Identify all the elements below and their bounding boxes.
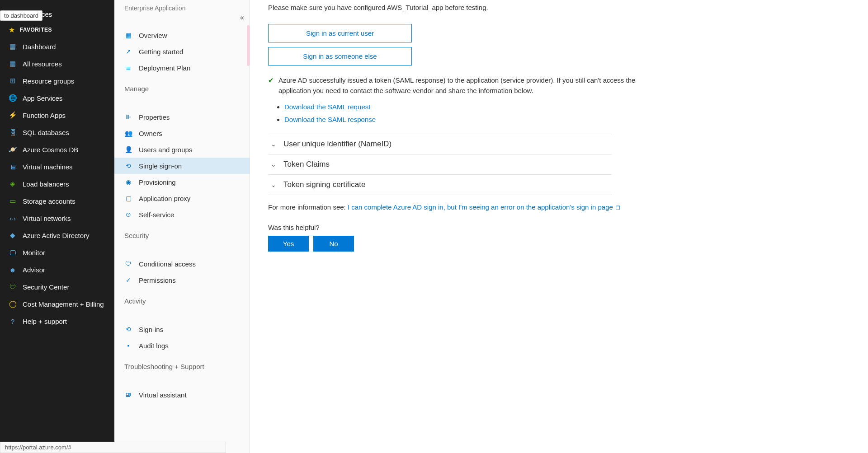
nav-icon: 🗄	[8, 128, 17, 137]
download-link[interactable]: Download the SAML response	[284, 116, 376, 123]
nav-label: Load balancers	[23, 180, 69, 188]
feedback-no-button[interactable]: No	[313, 236, 354, 252]
sidebar-item-azure-cosmos-db[interactable]: 🪐Azure Cosmos DB	[0, 141, 114, 158]
menu-item-properties[interactable]: ⊪Properties	[114, 109, 250, 125]
menu-item-sign-ins[interactable]: ⟲Sign-ins	[114, 321, 250, 337]
menu-icon: ▦	[124, 31, 132, 39]
chevron-down-icon: ⌄	[271, 181, 276, 188]
sidebar-item-azure-active-directory[interactable]: ◆Azure Active Directory	[0, 227, 114, 244]
nav-icon: ◆	[8, 231, 17, 240]
sidebar-item-security-center[interactable]: 🛡Security Center	[0, 278, 114, 295]
nav-icon: ?	[8, 317, 17, 326]
sidebar-item-function-apps[interactable]: ⚡Function Apps	[0, 107, 114, 124]
menu-item-single-sign-on[interactable]: ⟲Single sign-on	[114, 158, 250, 174]
truncated-text: ces	[42, 10, 52, 18]
more-info: For more information see: I can complete…	[268, 203, 850, 211]
favorites-label: FAVORITES	[20, 27, 52, 33]
nav-icon: ⊞	[8, 76, 17, 85]
nav-icon: 🌐	[8, 93, 17, 103]
nav-label: Help + support	[23, 318, 67, 325]
sidebar-item-help-support[interactable]: ?Help + support	[0, 313, 114, 330]
menu-icon: ⟲	[124, 162, 132, 170]
nav-label: Storage accounts	[23, 197, 75, 205]
menu-label: Self-service	[139, 211, 174, 219]
menu-icon: ▪	[124, 341, 132, 350]
sidebar-item-monitor[interactable]: 🖵Monitor	[0, 244, 114, 261]
menu-item-provisioning[interactable]: ◉Provisioning	[114, 174, 250, 190]
nav-label: Security Center	[23, 283, 69, 291]
menu-item-self-service[interactable]: ⊙Self-service	[114, 206, 250, 223]
sidebar-item-app-services[interactable]: 🌐App Services	[0, 89, 114, 107]
menu-icon: ↗	[124, 47, 132, 56]
nav-icon: ◈	[8, 179, 17, 188]
nav-icon: 🖵	[8, 248, 17, 257]
menu-section-activity: Activity	[114, 288, 250, 308]
sidebar-item-all-resources[interactable]: ▦All resources	[0, 55, 114, 72]
menu-item-audit-logs[interactable]: ▪Audit logs	[114, 337, 250, 354]
sidebar-item-virtual-networks[interactable]: ‹·›Virtual networks	[0, 210, 114, 227]
menu-label: Overview	[139, 32, 167, 39]
menu-icon: 👥	[124, 129, 132, 137]
sidebar-item-resource-groups[interactable]: ⊞Resource groups	[0, 72, 114, 89]
nav-label: Monitor	[23, 249, 45, 257]
menu-section-troubleshooting-support: Troubleshooting + Support	[114, 354, 250, 373]
menu-icon: ⊙	[124, 210, 132, 219]
menu-label: Sign-ins	[139, 326, 163, 333]
menu-item-users-and-groups[interactable]: 👤Users and groups	[114, 141, 250, 158]
browser-status-bar: https://portal.azure.com/#	[0, 442, 226, 453]
sidebar-item-dashboard[interactable]: ▦Dashboard	[0, 38, 114, 55]
signin-current-user-button[interactable]: Sign in as current user	[268, 24, 412, 42]
sidebar-item-advisor[interactable]: ☻Advisor	[0, 261, 114, 278]
accordion-item-token-claims[interactable]: ⌄Token Claims	[268, 154, 612, 175]
menu-item-virtual-assistant[interactable]: 🖳Virtual assistant	[114, 387, 250, 403]
menu-label: Single sign-on	[139, 162, 182, 170]
menu-icon: ✓	[124, 276, 132, 284]
accordion-label: Token Claims	[283, 160, 330, 169]
signin-someone-else-button[interactable]: Sign in as someone else	[268, 47, 412, 65]
download-link[interactable]: Download the SAML request	[284, 103, 370, 111]
menu-item-owners[interactable]: 👥Owners	[114, 125, 250, 141]
menu-label: Provisioning	[139, 178, 176, 186]
nav-icon: ‹·›	[8, 214, 17, 223]
menu-label: Users and groups	[139, 146, 192, 154]
menu-item-permissions[interactable]: ✓Permissions	[114, 272, 250, 288]
scroll-indicator	[247, 25, 250, 66]
sidebar-item-storage-accounts[interactable]: ▭Storage accounts	[0, 192, 114, 210]
feedback-question: Was this helpful?	[268, 224, 850, 231]
favorites-list: ▦Dashboard▦All resources⊞Resource groups…	[0, 38, 114, 330]
menu-item-deployment-plan[interactable]: ≣Deployment Plan	[114, 60, 250, 76]
nav-label: Resource groups	[23, 77, 74, 85]
menu-icon: 🖳	[124, 391, 132, 399]
menu-icon: ≣	[124, 64, 132, 72]
nav-label: Dashboard	[23, 43, 56, 51]
accordion-item-user-unique-identifier-nameid-[interactable]: ⌄User unique identifier (NameID)	[268, 134, 612, 154]
menu-icon: ▢	[124, 194, 132, 202]
accordion-item-token-signing-certificate[interactable]: ⌄Token signing certificate	[268, 175, 612, 195]
sidebar-item-load-balancers[interactable]: ◈Load balancers	[0, 175, 114, 192]
sidebar-item-sql-databases[interactable]: 🗄SQL databases	[0, 124, 114, 141]
menu-label: Virtual assistant	[139, 391, 187, 399]
sidebar-item-virtual-machines[interactable]: 🖥Virtual machines	[0, 158, 114, 175]
nav-label: Cost Management + Billing	[23, 300, 104, 308]
menu-icon: 🛡	[124, 260, 132, 268]
chevron-down-icon: ⌄	[271, 140, 276, 148]
more-info-link[interactable]: I can complete Azure AD sign in, but I'm…	[348, 203, 620, 211]
menu-group: ⊪Properties👥Owners👤Users and groups⟲Sing…	[114, 109, 250, 223]
menu-item-overview[interactable]: ▦Overview	[114, 27, 250, 43]
nav-label: All resources	[23, 60, 62, 68]
chevron-down-icon: ⌄	[271, 161, 276, 168]
more-info-prefix: For more information see:	[268, 203, 348, 211]
feedback-yes-button[interactable]: Yes	[268, 236, 309, 252]
menu-item-application-proxy[interactable]: ▢Application proxy	[114, 190, 250, 206]
menu-group: 🖳Virtual assistant	[114, 387, 250, 403]
menu-label: Audit logs	[139, 342, 169, 350]
resource-menu: Enterprise Application « ▦Overview↗Getti…	[114, 0, 250, 453]
sidebar-item-cost-management-billing[interactable]: ◯Cost Management + Billing	[0, 295, 114, 313]
menu-item-conditional-access[interactable]: 🛡Conditional access	[114, 256, 250, 272]
feedback-section: Was this helpful? Yes No	[268, 224, 850, 252]
nav-icon: ☻	[8, 265, 17, 274]
menu-item-getting-started[interactable]: ↗Getting started	[114, 43, 250, 60]
nav-icon: ▭	[8, 196, 17, 205]
collapse-menu-button[interactable]: «	[240, 14, 244, 22]
download-links: Download the SAML requestDownload the SA…	[284, 103, 850, 124]
